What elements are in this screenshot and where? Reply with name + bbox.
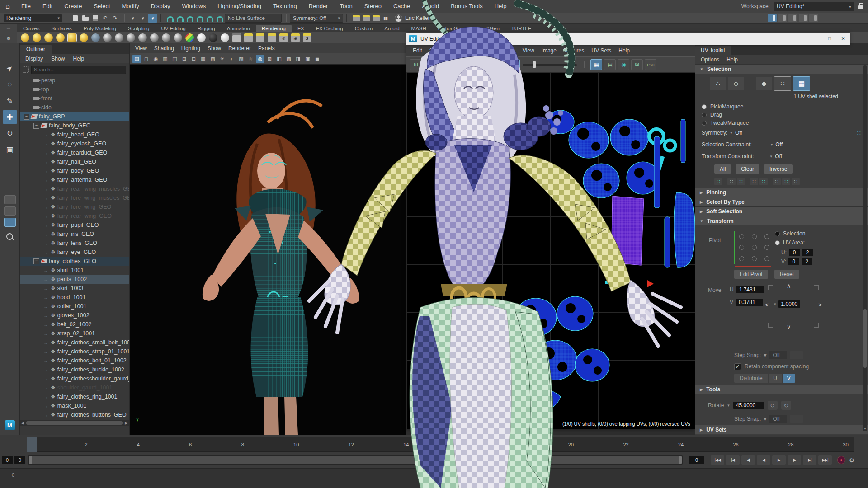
toolkit-scrollbar[interactable]: ▼ [863,65,867,431]
convert-to-shell-icon[interactable]: ∷ [782,178,790,185]
redo-icon[interactable]: ↷ [110,14,120,23]
selection-mode-radio[interactable]: Drag [695,111,868,119]
select-tool[interactable]: ➤ [3,61,17,75]
standard-surface-icon[interactable] [137,33,147,43]
edit-pivot-button[interactable]: Edit Pivot [734,270,768,279]
nudge-right-button[interactable]: > [818,301,822,308]
depth-of-field-icon[interactable]: ⊠ [265,55,274,63]
shader-ball-icon[interactable] [220,33,230,43]
outliner-item[interactable]: →❖fairy_fore_wing_GEO [20,202,129,211]
textured-mode-icon[interactable]: ▣ [303,55,312,63]
uv-mode-button[interactable]: ∷ [774,76,791,91]
nudge-up-button[interactable]: ∧ [787,282,791,289]
wireframe-on-shaded-icon[interactable]: ◨ [294,55,302,63]
outliner-item[interactable]: →❖fairy_clothes_belt_01_1002 [20,356,129,365]
display-image-icon[interactable]: ▤ [604,59,616,70]
grid-toggle-icon[interactable]: ▦ [199,55,208,63]
play-backwards-button[interactable]: ◀ [757,455,770,465]
outliner-item[interactable]: →❖fairy_hair_GEO [20,157,129,166]
shelf-tab[interactable]: Rendering [256,25,292,32]
lambert-material-icon[interactable] [102,33,112,43]
snap-to-view-planes-icon[interactable] [205,14,215,23]
rotate-step-snap-value[interactable]: Off [769,415,787,423]
lock-icon[interactable] [858,5,863,9]
move-u-field[interactable]: 1.7431 [736,286,764,293]
convert-to-face-alt-icon[interactable]: ∷ [773,178,781,185]
outliner-item[interactable]: −fairy_GRP [20,112,129,121]
select-object-icon[interactable]: ➤ [138,14,147,23]
pivot-uv-area-radio[interactable]: UV Area: [775,238,805,247]
hypershade-toggle-icon[interactable] [778,14,787,22]
outliner-item[interactable]: →❖fairy_antenna_GEO [20,175,129,184]
search-input[interactable] [31,66,126,74]
current-frame-field[interactable]: 0 [689,456,704,464]
lighting-toggle-icon[interactable]: ☀ [218,55,226,63]
workspace-selector[interactable]: UV Editing*▾ [774,2,854,11]
menu-item[interactable]: Stereo [359,0,387,13]
command-line-strip[interactable]: 0 [0,468,868,488]
uv-toolkit-menu-item[interactable]: Help [726,56,738,63]
uv-editor-titlebar[interactable]: M UV Editor —□✕ [406,33,850,45]
minimize-button[interactable]: — [809,33,823,45]
uv-toolkit-menu-item[interactable]: Options [701,56,719,63]
scrollbar-thumb[interactable] [26,421,123,425]
snap-to-projected-center-icon[interactable] [195,14,205,23]
collapsed-section-header[interactable]: ▶Soft Selection [695,206,868,216]
outliner-item[interactable]: →❖gloves_1002 [20,311,129,320]
shading-group-icon[interactable] [90,33,100,43]
shelf-gear-icon[interactable]: ⚙ [6,36,11,42]
save-scene-icon[interactable] [90,14,100,23]
convert-to-vertex-alt-icon[interactable]: ∷ [727,178,736,185]
render-settings-shelf-icon[interactable] [302,33,312,43]
uv-area-v-min[interactable]: 0 [788,258,799,265]
menu-item[interactable]: Toon [334,0,358,13]
texture-selector[interactable]: fairy_clothes_baseColor [438,62,494,67]
outliner-menu-item[interactable]: Help [73,56,84,62]
range-handle-right[interactable] [679,456,682,464]
rotate-ccw-button[interactable]: ↺ [768,401,778,410]
outliner-item[interactable]: →❖fairy_clothes_strap_01_1001 [20,347,129,356]
rotate-cw-button[interactable]: ↻ [781,401,791,410]
viewport-menu-item[interactable]: Show [208,45,221,52]
nudge-down-button[interactable]: ∨ [787,324,791,330]
image-plane-icon[interactable]: ◫ [170,55,179,63]
range-slider-thumb[interactable] [29,456,682,464]
outliner-item[interactable]: →❖strap_02_1001 [20,329,129,338]
outliner-item[interactable]: −fairy_clothes_GEO [20,257,129,266]
directional-light-icon[interactable] [43,33,53,43]
ramp-shader-icon[interactable] [184,33,194,43]
layered-shader-icon[interactable] [161,33,171,43]
step-snap-value[interactable]: Off [769,351,787,359]
bookmarks-icon[interactable]: ▥ [161,55,170,63]
outliner-item[interactable]: →❖collar_1001 [20,302,129,311]
outliner-item[interactable]: →❖fairy_body_GEO [20,166,129,175]
user-account-menu[interactable]: Eric Keller ▾ [395,14,434,22]
scroll-left-icon[interactable]: ◀ [20,421,25,425]
convert-to-edge-alt-icon[interactable]: ∷ [750,178,758,185]
uv-area-v-max[interactable]: 2 [802,258,812,265]
shadows-toggle-icon[interactable]: ◐ [227,55,236,63]
single-pane-layout-button[interactable] [4,195,16,204]
shelf-tab[interactable]: MASH [406,25,432,32]
shelf-tab[interactable]: Curves [17,25,45,32]
viewport-menu-item[interactable]: Renderer [228,45,251,52]
make-live-icon[interactable] [215,14,225,23]
move-tool[interactable]: ✚ [3,110,17,124]
uv-editor-menu-item[interactable]: Cut/Sew [452,47,472,54]
pause-icon[interactable]: ▮▮ [381,14,390,23]
outliner-menu-item[interactable]: Display [25,56,43,62]
menu-item[interactable]: Help [489,0,513,13]
scroll-down-icon[interactable]: ▼ [863,427,867,430]
uv-editor-menu-item[interactable]: View [523,47,534,54]
section-selection[interactable]: ▼Selection [695,64,868,74]
home-icon[interactable]: ⌂ [0,2,15,10]
filter-icon[interactable] [23,66,29,73]
phong-material-icon[interactable] [114,33,124,43]
scrollbar-thumb[interactable] [863,309,867,368]
outliner-item[interactable]: →❖hood_1001 [20,293,129,302]
render-settings-icon[interactable] [371,14,381,23]
anisotropic-material-icon[interactable] [149,33,159,43]
outliner-item[interactable]: →❖belt_02_1002 [20,320,129,329]
modeling-toolkit-toggle-icon[interactable] [768,14,777,22]
menu-item[interactable]: Lighting/Shading [212,0,267,13]
